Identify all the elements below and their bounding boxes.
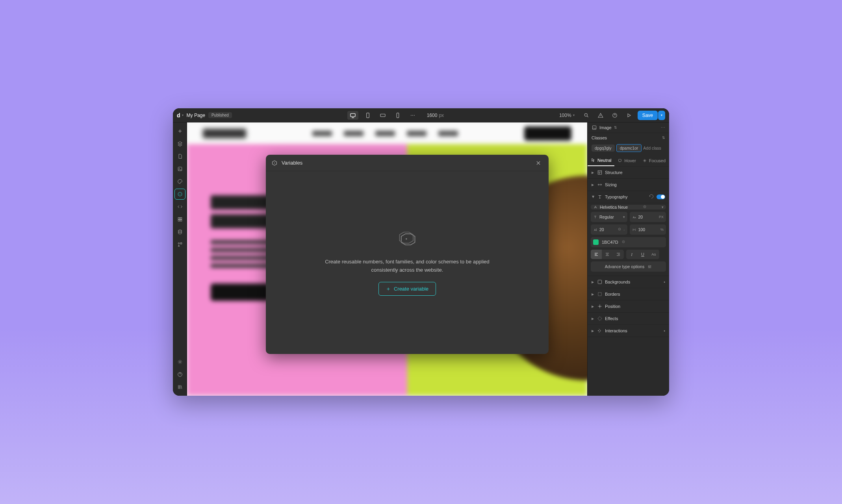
svg-rect-11 xyxy=(178,220,180,221)
modal-description: Create reusable numbers, font families, … xyxy=(321,258,494,274)
typography-toggle[interactable] xyxy=(657,195,665,199)
device-mobile-button[interactable] xyxy=(392,111,403,120)
letter-spacing-field[interactable]: 100 % xyxy=(630,224,666,235)
help-button[interactable] xyxy=(609,110,620,121)
line-height-field[interactable]: 20 - xyxy=(591,224,627,235)
letter-spacing-icon xyxy=(632,228,636,232)
svg-point-8 xyxy=(180,194,180,195)
ellipsis-icon: ⋯ xyxy=(410,113,415,118)
modal-header: Variables xyxy=(266,155,549,171)
warnings-button[interactable] xyxy=(595,110,606,121)
sparkle-icon xyxy=(642,158,647,163)
svg-rect-10 xyxy=(180,217,182,219)
class-chip[interactable]: dpgq3gly xyxy=(592,145,615,152)
backgrounds-icon xyxy=(597,279,603,285)
chevron-down-icon: ▾ xyxy=(661,113,662,117)
target-icon xyxy=(618,227,621,231)
section-borders[interactable]: ▶ Borders xyxy=(588,288,669,300)
underline-button[interactable]: U xyxy=(637,250,648,259)
text-color-field[interactable]: 1BC47D xyxy=(591,237,666,247)
italic-button[interactable]: I xyxy=(626,250,637,259)
effects-icon xyxy=(597,316,603,321)
section-sizing[interactable]: ▶ Sizing xyxy=(588,179,669,191)
svg-rect-12 xyxy=(180,220,182,221)
state-tab-neutral[interactable]: Neutral xyxy=(588,155,614,166)
assets-button[interactable] xyxy=(174,163,185,174)
add-class-input[interactable]: Add class xyxy=(643,146,661,150)
state-tab-hover[interactable]: Hover xyxy=(614,155,639,166)
text-transform-button[interactable]: AG xyxy=(648,250,659,259)
reset-icon[interactable] xyxy=(649,194,654,200)
variables-modal: Variables Create reusable numbers, font … xyxy=(266,155,549,354)
device-tablet-portrait-button[interactable] xyxy=(362,111,373,120)
updown-icon[interactable]: ⇅ xyxy=(614,126,617,130)
page-title[interactable]: My Page xyxy=(187,113,205,118)
line-height-icon xyxy=(593,228,597,232)
device-desktop-button[interactable] xyxy=(347,111,358,120)
align-center-button[interactable] xyxy=(602,250,613,259)
right-panel: Image ⇅ ⋯ Classes ⇅ dpgq3gly dpamc1or Ad… xyxy=(587,122,669,396)
variables-button[interactable] xyxy=(174,189,185,200)
canvas-width-display[interactable]: 1600 px xyxy=(427,113,444,118)
section-label: Sizing xyxy=(605,182,665,187)
sort-icon[interactable]: ⇅ xyxy=(662,136,665,140)
section-effects[interactable]: ▶ Effects xyxy=(588,313,669,325)
add-element-button[interactable] xyxy=(174,126,185,137)
layers-button[interactable] xyxy=(174,138,185,149)
help-icon xyxy=(612,113,618,118)
left-rail xyxy=(173,122,187,396)
svg-rect-15 xyxy=(180,243,182,244)
code-button[interactable] xyxy=(174,201,185,212)
section-interactions[interactable]: ▶ Interactions • xyxy=(588,325,669,337)
data-button[interactable] xyxy=(174,226,185,237)
text-align-group xyxy=(591,250,624,259)
align-left-button[interactable] xyxy=(591,250,602,259)
modal-close-button[interactable] xyxy=(534,158,543,168)
svg-point-19 xyxy=(406,238,407,239)
section-structure[interactable]: ▶ Structure xyxy=(588,167,669,179)
cms-button[interactable] xyxy=(174,214,185,225)
class-chip-selected[interactable]: dpamc1or xyxy=(616,144,642,152)
palette-icon xyxy=(177,179,183,184)
preview-button[interactable] xyxy=(623,110,634,121)
save-dropdown-button[interactable]: ▾ xyxy=(658,111,665,120)
svg-rect-22 xyxy=(598,170,601,174)
device-more-button[interactable]: ⋯ xyxy=(407,111,418,120)
app-logo[interactable]: d ▾ xyxy=(177,112,184,119)
state-tab-focused[interactable]: Focused xyxy=(639,155,669,166)
search-button[interactable] xyxy=(581,110,592,121)
device-tablet-landscape-button[interactable] xyxy=(377,111,388,120)
sliders-icon xyxy=(647,265,652,269)
element-more-button[interactable]: ⋯ xyxy=(661,125,665,130)
advance-type-button[interactable]: Advance type options xyxy=(591,261,666,272)
theme-button[interactable] xyxy=(174,356,185,367)
font-family-field[interactable]: Helvetica Neue ▾ xyxy=(591,205,666,209)
cursor-icon xyxy=(591,158,595,163)
class-chips: dpgq3gly dpamc1or Add class xyxy=(588,143,669,155)
svg-rect-21 xyxy=(619,159,621,162)
support-button[interactable] xyxy=(174,369,185,380)
hexagon-icon xyxy=(177,191,183,197)
logo-icon: d xyxy=(177,112,180,119)
save-button[interactable]: Save xyxy=(638,111,658,120)
state-tabs: Neutral Hover Focused xyxy=(588,155,669,167)
zoom-control[interactable]: 100% ▾ xyxy=(559,113,575,118)
section-backgrounds[interactable]: ▶ Backgrounds • xyxy=(588,276,669,288)
canvas-width-value: 1600 xyxy=(427,113,438,118)
italic-icon: I xyxy=(631,252,632,257)
section-label: Borders xyxy=(605,292,665,296)
apps-button[interactable] xyxy=(174,239,185,250)
pages-button[interactable] xyxy=(174,151,185,162)
canvas-area[interactable]: Variables Create reusable numbers, font … xyxy=(187,122,587,396)
create-variable-button[interactable]: Create variable xyxy=(378,282,436,296)
chevron-down-icon: ▾ xyxy=(623,215,625,219)
mobile-icon xyxy=(395,112,401,119)
align-right-button[interactable] xyxy=(613,250,624,259)
font-weight-field[interactable]: Regular ▾ xyxy=(591,212,627,222)
chevron-right-icon: ▶ xyxy=(592,305,595,308)
section-typography[interactable]: ▶ Typography xyxy=(588,191,669,203)
section-position[interactable]: ▶ Position xyxy=(588,300,669,313)
library-button[interactable] xyxy=(174,382,185,393)
font-size-field[interactable]: 20 PX xyxy=(630,212,666,222)
styles-button[interactable] xyxy=(174,176,185,187)
